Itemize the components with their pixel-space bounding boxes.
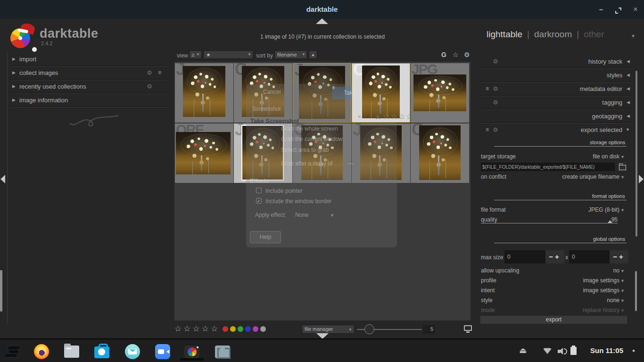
allow-upscaling-value[interactable]: no: [613, 267, 619, 274]
section-import[interactable]: ▶ import: [10, 52, 170, 66]
reset-icon[interactable]: ⊙: [147, 69, 152, 76]
rating-filter-dropdown[interactable]: ★ ▼: [203, 50, 253, 59]
rating-star-filled-icon[interactable]: ★: [374, 112, 382, 122]
export-path-input[interactable]: [481, 163, 615, 171]
active-app-indicator: [180, 358, 204, 361]
module-tagging[interactable]: ⊙ tagging ◀: [480, 96, 631, 109]
module-export-selected[interactable]: ≡ ⊙ export selected ▼: [480, 123, 631, 137]
maximize-button[interactable]: [612, 4, 624, 15]
close-button[interactable]: ×: [630, 4, 641, 15]
profile-value[interactable]: image settings: [583, 277, 619, 284]
chevron-down-icon[interactable]: ▼: [620, 288, 625, 293]
settings-gear-icon[interactable]: ⚙: [464, 51, 470, 58]
display-profile-icon[interactable]: [464, 325, 472, 331]
ghost-apply-effect-value: None: [295, 212, 309, 218]
chevron-down-icon[interactable]: ▼: [620, 208, 625, 213]
module-history-stack[interactable]: ⊙ history stack ◀: [480, 55, 631, 68]
reject-icon[interactable]: ×: [358, 114, 361, 120]
window-titlebar[interactable]: darktable – ×: [0, 0, 644, 19]
presets-icon[interactable]: ≡: [158, 69, 161, 76]
max-width-stepper[interactable]: −+: [545, 250, 564, 263]
folder-picker-icon[interactable]: [618, 163, 627, 171]
style-value[interactable]: none: [607, 297, 619, 304]
thumbnail-cell[interactable]: JPG: [411, 63, 469, 123]
mail-icon[interactable]: [125, 344, 140, 359]
grouping-icon[interactable]: G: [441, 51, 446, 58]
presets-icon[interactable]: ≡: [486, 85, 489, 92]
views-dropdown-icon[interactable]: ▼: [631, 33, 636, 39]
notification-dot: ●: [632, 348, 635, 353]
intent-value[interactable]: image settings: [583, 287, 619, 294]
color-label-purple[interactable]: [253, 326, 258, 332]
collapse-arrow-icon: ◀: [627, 114, 630, 118]
thumbnail-cell-hovered[interactable]: C × ★ ☆☆☆☆: [352, 63, 410, 123]
thumbnail-cell[interactable]: C: [411, 123, 469, 183]
chevron-down-icon[interactable]: ▼: [620, 269, 625, 273]
target-storage-value[interactable]: file on disk: [593, 153, 619, 160]
color-label-red[interactable]: [223, 326, 228, 332]
max-height-stepper[interactable]: −+: [610, 250, 628, 263]
zorin-menu-icon[interactable]: [6, 344, 21, 359]
reset-icon[interactable]: ⊙: [493, 85, 498, 92]
reset-icon[interactable]: ⊙: [147, 83, 152, 90]
rating-stars-filter[interactable]: ☆☆☆☆☆: [174, 324, 220, 334]
left-scrollbar-thumb[interactable]: [0, 270, 2, 312]
darktable-app-icon[interactable]: [184, 346, 199, 358]
presets-icon[interactable]: ≡: [486, 126, 489, 133]
collapse-right-panel-arrow[interactable]: [639, 175, 644, 183]
module-geotagging[interactable]: geotagging ◀: [480, 109, 631, 123]
sort-direction-button[interactable]: ▲: [309, 50, 317, 59]
thumbnail-cell[interactable]: J: [175, 63, 233, 123]
rating-comparator-dropdown[interactable]: ≥ ▼: [189, 50, 202, 59]
reset-icon[interactable]: ⊙: [493, 126, 498, 133]
color-label-green[interactable]: [238, 326, 243, 332]
max-height-input[interactable]: [569, 250, 610, 263]
layout-selector-dropdown[interactable]: file manager ▼: [302, 325, 355, 334]
right-scrollbar-thumb[interactable]: [636, 71, 637, 237]
screenshot-tool-icon[interactable]: [215, 346, 230, 358]
sort-field-dropdown[interactable]: filename ▼: [274, 50, 307, 59]
file-format-label: file format: [481, 206, 506, 213]
section-recently-used-collections[interactable]: ▶ recently used collections ⊙: [10, 80, 170, 93]
quality-slider-marker[interactable]: [608, 220, 612, 223]
top-panel-expander-icon[interactable]: [316, 18, 328, 24]
color-label-yellow[interactable]: [230, 326, 236, 332]
overlays-star-icon[interactable]: ☆: [453, 51, 459, 58]
right-scrollbar-thumb-lower[interactable]: [635, 271, 637, 311]
export-button[interactable]: export: [480, 316, 627, 324]
chevron-down-icon[interactable]: ▼: [620, 298, 625, 303]
taskbar-clock[interactable]: Sun 11:05: [590, 346, 623, 354]
thumbnail-cell[interactable]: ORF: [175, 123, 233, 183]
reset-icon[interactable]: ⊙: [493, 58, 498, 65]
chevron-down-icon[interactable]: ▼: [620, 279, 625, 283]
eject-icon[interactable]: ⏏: [519, 346, 527, 355]
file-format-value[interactable]: JPEG (8-bit): [588, 206, 619, 213]
volume-icon[interactable]: [558, 348, 569, 354]
battery-icon[interactable]: [570, 347, 577, 355]
on-conflict-value[interactable]: create unique filename: [562, 173, 619, 180]
module-metadata-editor[interactable]: ≡ ⊙ metadata editor ◀: [480, 82, 631, 96]
files-icon[interactable]: [64, 346, 79, 358]
ghost-radio-whole-screen: Grab the whole screen: [281, 125, 338, 132]
tab-lighttable[interactable]: lighttable: [487, 29, 522, 39]
firefox-icon[interactable]: [34, 344, 49, 359]
max-width-input[interactable]: [504, 250, 545, 263]
color-label-gray[interactable]: [260, 326, 266, 332]
quality-slider-track[interactable]: [481, 223, 618, 223]
chevron-down-icon[interactable]: ▼: [620, 175, 625, 180]
collapse-left-panel-arrow[interactable]: [0, 175, 5, 183]
reset-icon[interactable]: ⊙: [493, 99, 498, 106]
tab-darkroom[interactable]: darkroom: [534, 29, 572, 39]
module-styles[interactable]: styles ◀: [480, 68, 631, 82]
allow-upscaling-label: allow upscaling: [481, 267, 519, 274]
color-label-blue[interactable]: [245, 326, 251, 332]
section-image-information[interactable]: ▶ image information: [10, 93, 170, 107]
zoom-app-icon[interactable]: [155, 344, 170, 359]
chevron-down-icon[interactable]: ▼: [620, 155, 625, 159]
rating-stars-empty-icon[interactable]: ☆☆☆☆: [383, 112, 410, 122]
tab-other[interactable]: other: [584, 29, 604, 39]
minimize-button[interactable]: –: [595, 4, 607, 15]
zoom-slider-knob[interactable]: [364, 324, 374, 334]
software-store-icon[interactable]: [94, 346, 109, 358]
section-collect-images[interactable]: ▶ collect images ⊙ ≡: [10, 66, 170, 80]
